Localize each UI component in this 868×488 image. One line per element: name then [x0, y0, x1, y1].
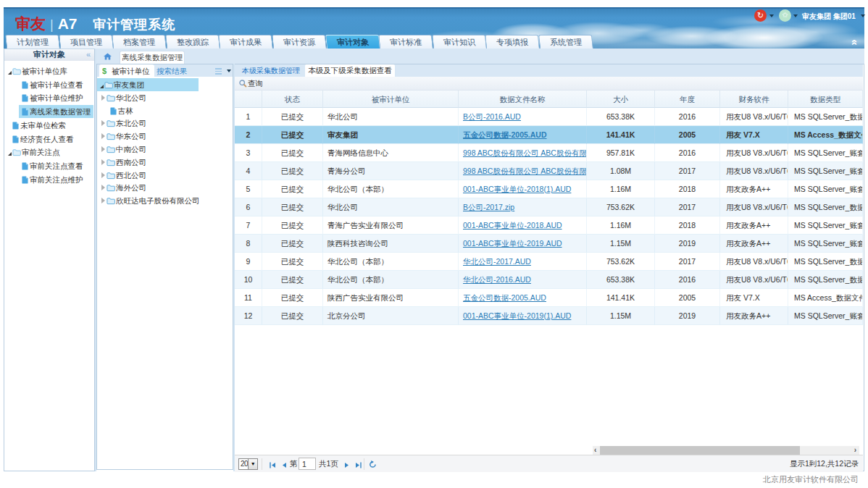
- svg-text:$: $: [102, 67, 107, 75]
